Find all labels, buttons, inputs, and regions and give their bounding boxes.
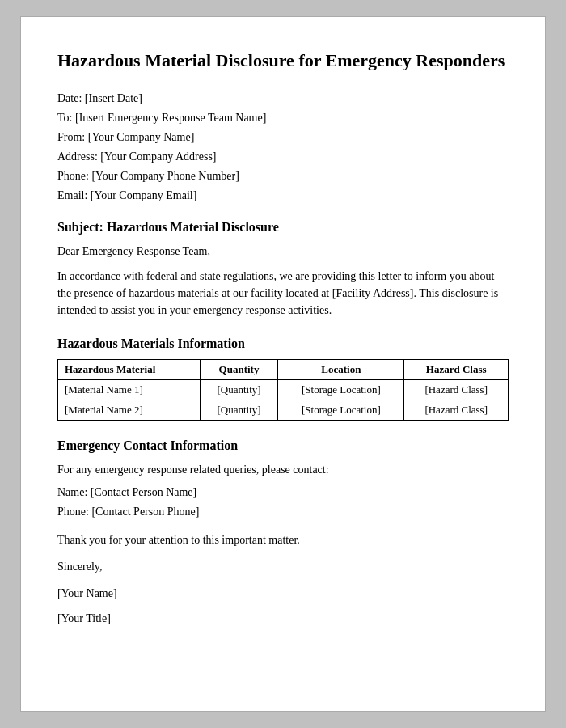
contact-phone-label: Phone: xyxy=(57,506,89,518)
address-line: Address: [Your Company Address] xyxy=(57,150,509,163)
email-label: Email: xyxy=(57,189,87,201)
material-2: [Material Name 2] xyxy=(58,400,201,420)
document-title: Hazardous Material Disclosure for Emerge… xyxy=(57,49,509,73)
date-label: Date: xyxy=(57,92,82,104)
intro-paragraph: In accordance with federal and state reg… xyxy=(57,268,509,319)
table-row: [Material Name 2] [Quantity] [Storage Lo… xyxy=(58,400,509,420)
address-label: Address: xyxy=(57,150,98,163)
material-1: [Material Name 1] xyxy=(58,379,201,400)
location-1: [Storage Location] xyxy=(278,379,404,400)
emergency-section: Emergency Contact Information For any em… xyxy=(57,438,509,518)
salutation: Dear Emergency Response Team, xyxy=(57,243,509,260)
document: Hazardous Material Disclosure for Emerge… xyxy=(20,16,546,712)
col-header-quantity: Quantity xyxy=(200,359,278,379)
contact-name-label: Name: xyxy=(57,486,87,498)
contact-name-line: Name: [Contact Person Name] xyxy=(57,486,509,499)
hazmat-heading: Hazardous Materials Information xyxy=(57,336,509,351)
location-2: [Storage Location] xyxy=(278,400,404,420)
email-value: [Your Company Email] xyxy=(91,189,197,201)
date-value: [Insert Date] xyxy=(85,92,142,104)
contact-phone-value: [Contact Person Phone] xyxy=(91,506,199,518)
address-value: [Your Company Address] xyxy=(100,150,216,163)
signatory-name: [Your Name] xyxy=(57,585,509,602)
from-line: From: [Your Company Name] xyxy=(57,131,509,144)
sincerely-text: Sincerely, xyxy=(57,558,509,575)
from-label: From: xyxy=(57,131,85,143)
col-header-hazard: Hazard Class xyxy=(404,359,509,379)
emergency-intro: For any emergency response related queri… xyxy=(57,461,509,478)
from-value: [Your Company Name] xyxy=(88,131,195,143)
hazmat-table: Hazardous Material Quantity Location Haz… xyxy=(57,359,509,421)
quantity-2: [Quantity] xyxy=(200,400,278,420)
table-header-row: Hazardous Material Quantity Location Haz… xyxy=(58,359,509,379)
contact-phone-line: Phone: [Contact Person Phone] xyxy=(57,506,509,518)
to-value: [Insert Emergency Response Team Name] xyxy=(75,112,266,124)
to-label: To: xyxy=(57,112,72,124)
hazard-class-1: [Hazard Class] xyxy=(404,379,509,400)
col-header-material: Hazardous Material xyxy=(58,359,201,379)
table-row: [Material Name 1] [Quantity] [Storage Lo… xyxy=(58,379,509,400)
phone-value: [Your Company Phone Number] xyxy=(91,170,239,182)
signatory-title: [Your Title] xyxy=(57,610,509,627)
phone-label: Phone: xyxy=(57,170,89,182)
email-line: Email: [Your Company Email] xyxy=(57,189,509,202)
contact-name-value: [Contact Person Name] xyxy=(91,486,196,498)
subject-heading: Subject: Hazardous Material Disclosure xyxy=(57,220,509,235)
emergency-heading: Emergency Contact Information xyxy=(57,438,509,453)
thank-you-text: Thank you for your attention to this imp… xyxy=(57,531,509,548)
hazard-class-2: [Hazard Class] xyxy=(404,400,509,420)
to-line: To: [Insert Emergency Response Team Name… xyxy=(57,112,509,125)
col-header-location: Location xyxy=(278,359,404,379)
quantity-1: [Quantity] xyxy=(200,379,278,400)
date-line: Date: [Insert Date] xyxy=(57,92,509,105)
phone-line: Phone: [Your Company Phone Number] xyxy=(57,170,509,183)
